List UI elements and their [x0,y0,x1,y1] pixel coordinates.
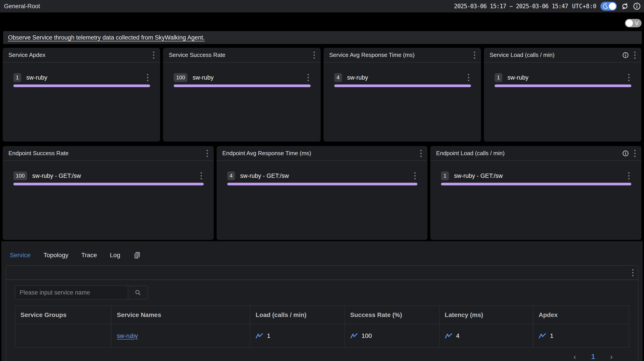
service-name-link[interactable]: sw-ruby [117,333,138,339]
dashboard-title: General-Root [4,3,40,10]
cell-latency-value: 4 [456,332,460,340]
metric-value-badge: 1 [494,73,502,82]
top-bar: General-Root 2025-03-06 15:17 ~ 2025-03-… [0,0,644,12]
kebab-menu-icon[interactable] [473,50,476,60]
copy-dashboard-icon[interactable] [133,251,141,259]
dark-mode-toggle[interactable] [600,2,617,11]
metric-bar [494,84,631,87]
dashboard-description-banner: Observe Service through telemetry data c… [3,31,642,44]
service-table-panel: Service Groups Service Names Load (calls… [6,265,638,361]
table-header-row: Service Groups Service Names Load (calls… [15,306,629,324]
card-endpoint-success-rate: Endpoint Success Rate 100 sw-ruby - GET:… [3,146,214,240]
search-button[interactable] [128,286,148,300]
card-title: Service Success Rate [169,51,225,58]
kebab-menu-icon[interactable] [467,73,470,82]
toggle-knob [626,19,633,27]
metric-label: sw-ruby [192,74,306,81]
kebab-menu-icon[interactable] [313,50,316,60]
metric-label: sw-ruby - GET:/sw [32,172,200,179]
version-toggle-label: V [635,20,639,27]
pagination-prev-icon[interactable]: ‹ [574,352,576,361]
card-title: Endpoint Success Rate [8,150,68,157]
service-list-widget: Service Topology Trace Log [1,241,643,361]
card-service-apdex: Service Apdex 1 sw-ruby [3,48,160,142]
metric-label: sw-ruby [347,74,467,81]
sparkline-icon [256,333,263,339]
time-range-picker[interactable]: 2025-03-06 15:17 ~ 2025-03-06 15:47 [454,3,568,9]
info-icon[interactable] [622,150,629,157]
pagination-next-icon[interactable]: › [610,352,613,361]
service-table: Service Groups Service Names Load (calls… [15,306,629,348]
metric-value-badge: 4 [334,73,342,82]
moon-icon [602,3,609,10]
kebab-menu-icon[interactable] [414,171,416,181]
card-title: Endpoint Load (calls / min) [436,150,504,157]
card-title: Service Avg Response Time (ms) [329,51,415,58]
metric-label: sw-ruby - GET:/sw [240,172,414,179]
timezone-label: UTC+8:0 [572,3,596,9]
card-title: Service Apdex [8,51,45,58]
metric-label: sw-ruby [26,74,146,81]
card-service-load: Service Load (calls / min) 1 sw-ruby [484,48,641,142]
metric-label: sw-ruby - GET:/sw [454,172,627,179]
metric-bar [13,183,204,185]
card-endpoint-avg-response-time: Endpoint Avg Response Time (ms) 4 sw-rub… [216,146,428,240]
metric-value-badge: 1 [441,171,449,180]
metric-value-badge: 100 [174,73,188,82]
metric-value-badge: 100 [13,171,27,180]
card-service-success-rate: Service Success Rate 100 sw-ruby [163,48,320,142]
metric-value-badge: 1 [13,73,21,82]
panel-toolbar [6,266,638,280]
kebab-menu-icon[interactable] [627,73,630,82]
kebab-menu-icon[interactable] [206,148,209,158]
kebab-menu-icon[interactable] [627,171,630,181]
column-service-names: Service Names [112,306,250,324]
card-title: Endpoint Avg Response Time (ms) [222,150,311,157]
kebab-menu-icon[interactable] [420,148,422,158]
card-title: Service Load (calls / min) [490,51,554,58]
header-band: V [0,12,644,31]
cell-success-rate-value: 100 [362,332,372,340]
card-endpoint-load: Endpoint Load (calls / min) 1 sw-ruby - … [430,146,641,240]
card-service-avg-response-time: Service Avg Response Time (ms) 4 sw-ruby [324,48,481,142]
cell-load-value: 1 [267,332,270,340]
info-icon[interactable] [622,52,629,58]
metric-bar [227,183,418,185]
sparkline-icon [445,333,452,339]
service-search-input[interactable] [15,286,128,300]
pagination-current-page[interactable]: 1 [591,353,595,361]
pagination: ‹ 1 › [15,348,629,361]
metric-label: sw-ruby [508,74,627,81]
cell-apdex-value: 1 [550,332,554,340]
cell-service-group [15,324,112,348]
metric-bar [441,183,631,185]
kebab-menu-icon[interactable] [307,73,310,82]
kebab-menu-icon[interactable] [152,50,155,60]
dashboard-description-link[interactable]: Observe Service through telemetry data c… [8,34,204,41]
version-toggle[interactable]: V [625,19,642,27]
kebab-menu-icon[interactable] [200,171,203,181]
kebab-menu-icon[interactable] [633,50,636,60]
search-icon [134,289,141,296]
endpoint-cards-row: Endpoint Success Rate 100 sw-ruby - GET:… [3,146,641,240]
info-icon[interactable] [633,2,641,10]
column-load: Load (calls / min) [250,306,345,324]
tab-topology[interactable]: Topology [43,252,68,259]
kebab-menu-icon[interactable] [146,73,149,82]
metric-bar [13,84,150,87]
service-cards-row: Service Apdex 1 sw-ruby Service Success … [3,48,641,142]
tab-log[interactable]: Log [110,252,120,259]
tab-service[interactable]: Service [10,252,30,259]
metric-bar [174,84,310,87]
tab-trace[interactable]: Trace [81,252,97,259]
column-apdex: Apdex [533,306,629,324]
column-latency: Latency (ms) [439,306,533,324]
table-row: sw-ruby 1 [15,324,629,348]
sparkline-icon [538,333,546,339]
kebab-menu-icon[interactable] [631,268,634,278]
tab-bar: Service Topology Trace Log [1,241,643,263]
column-success-rate: Success Rate (%) [345,306,439,324]
kebab-menu-icon[interactable] [633,148,636,158]
refresh-icon[interactable] [621,2,629,10]
column-service-groups: Service Groups [15,306,112,324]
